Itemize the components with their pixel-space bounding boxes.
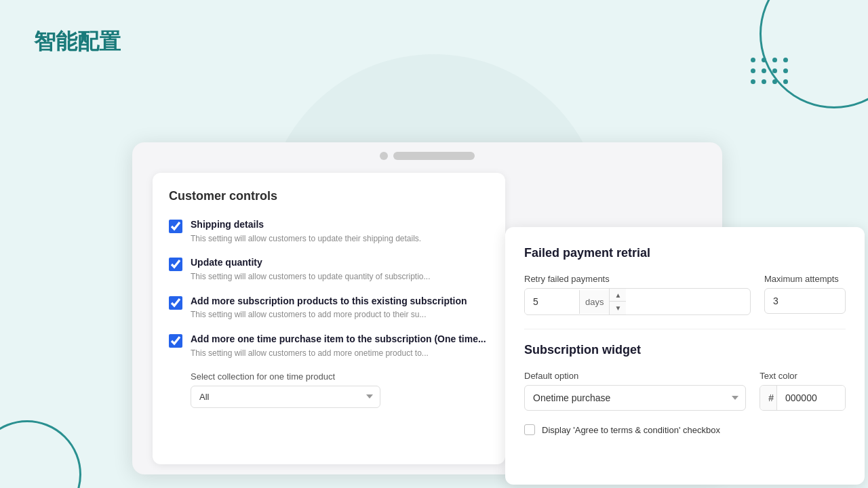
default-option-select[interactable]: Onetime purchase Subscription <box>524 385 746 411</box>
retry-unit: days <box>579 290 609 314</box>
max-attempts-label: Maximum attempts <box>764 274 846 284</box>
shipping-checkbox[interactable] <box>169 220 182 233</box>
collection-select[interactable]: All Category 1 Category 2 <box>191 386 380 408</box>
collection-label: Select collection for one time product <box>191 371 489 382</box>
quantity-desc: This setting will allow customers to upd… <box>191 271 431 283</box>
notch-bar <box>393 152 475 160</box>
text-color-label: Text color <box>760 371 846 381</box>
agree-label: Display 'Agree to terms & condition' che… <box>542 425 720 435</box>
add-subscription-label: Add more subscription products to this e… <box>191 295 467 308</box>
text-color-group: Text color # <box>760 371 846 411</box>
add-subscription-item: Add more subscription products to this e… <box>169 295 489 321</box>
add-subscription-desc: This setting will allow customers to add… <box>191 309 467 321</box>
quantity-label: Update quantity <box>191 256 431 270</box>
customer-controls-title: Customer controls <box>169 189 489 203</box>
quantity-checkbox[interactable] <box>169 258 182 271</box>
divider <box>524 329 846 329</box>
device-notch <box>132 142 722 165</box>
color-hash: # <box>760 386 777 410</box>
retry-down-btn[interactable]: ▼ <box>610 302 626 314</box>
retry-group: Retry failed payments days ▲ ▼ <box>524 274 751 315</box>
shipping-desc: This setting will allow customers to upd… <box>191 233 421 245</box>
retry-input-group: days ▲ ▼ <box>524 288 751 315</box>
agree-row: Display 'Agree to terms & condition' che… <box>524 424 846 435</box>
bg-dots <box>751 58 790 86</box>
max-attempts-input[interactable] <box>764 288 846 314</box>
max-attempts-group: Maximum attempts <box>764 274 846 314</box>
retry-spinner: ▲ ▼ <box>609 289 626 314</box>
customer-controls-panel: Customer controls Shipping details This … <box>153 173 505 464</box>
bg-circle-bottom-left <box>0 420 81 488</box>
retry-input[interactable] <box>525 289 579 314</box>
right-panel: Failed payment retrial Retry failed paym… <box>505 227 865 485</box>
notch-circle <box>380 152 388 160</box>
default-option-group: Default option Onetime purchase Subscrip… <box>524 371 746 411</box>
default-option-label: Default option <box>524 371 746 381</box>
text-color-input-group: # <box>760 385 846 411</box>
add-onetime-item: Add more one time purchase item to the s… <box>169 333 489 359</box>
add-onetime-checkbox[interactable] <box>169 334 182 348</box>
add-onetime-label: Add more one time purchase item to the s… <box>191 333 486 346</box>
retry-up-btn[interactable]: ▲ <box>610 289 626 302</box>
failed-payment-title: Failed payment retrial <box>524 246 846 260</box>
bg-circle-top-right <box>760 0 868 108</box>
retry-label: Retry failed payments <box>524 274 751 284</box>
page-title: 智能配置 <box>34 27 121 57</box>
shipping-label: Shipping details <box>191 218 421 232</box>
shipping-item: Shipping details This setting will allow… <box>169 218 489 244</box>
failed-payment-row: Retry failed payments days ▲ ▼ Maximum a… <box>524 274 846 315</box>
collection-section: Select collection for one time product A… <box>191 371 489 408</box>
text-color-input[interactable] <box>777 386 845 410</box>
subscription-widget-title: Subscription widget <box>524 343 846 357</box>
quantity-item: Update quantity This setting will allow … <box>169 256 489 282</box>
add-onetime-desc: This setting will allow customers to add… <box>191 348 486 359</box>
subscription-widget-row: Default option Onetime purchase Subscrip… <box>524 371 846 411</box>
add-subscription-checkbox[interactable] <box>169 296 182 310</box>
agree-checkbox[interactable] <box>524 424 535 435</box>
